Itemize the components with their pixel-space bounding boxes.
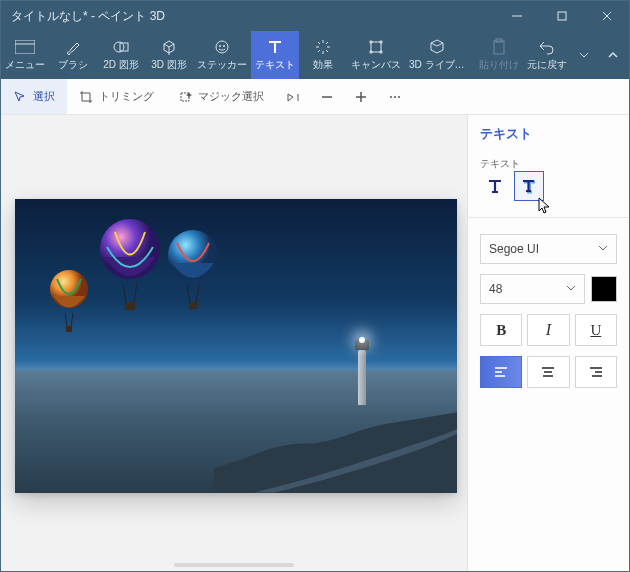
svg-point-9 (219, 45, 221, 47)
window-title: タイトルなし* - ペイント 3D (1, 8, 494, 25)
more-options-button[interactable] (378, 79, 412, 114)
text-tab[interactable]: テキスト (251, 31, 299, 79)
svg-point-18 (390, 96, 392, 98)
italic-button[interactable]: I (527, 314, 569, 346)
brush-label: ブラシ (58, 58, 88, 72)
canvas-viewport[interactable] (1, 115, 467, 572)
svg-rect-24 (125, 302, 135, 310)
font-style-group: B I U (480, 314, 617, 346)
paste-button: 貼り付け (475, 31, 523, 79)
text-icon (266, 38, 284, 56)
magic-select-tool[interactable]: マジック選択 (166, 79, 276, 114)
svg-line-23 (134, 283, 137, 303)
align-left-button[interactable] (480, 356, 522, 388)
title-bar: タイトルなし* - ペイント 3D (1, 1, 629, 31)
effects-label: 効果 (313, 58, 333, 72)
svg-line-30 (65, 313, 67, 327)
svg-point-8 (216, 41, 228, 53)
crop-tool[interactable]: トリミング (67, 79, 166, 114)
stickers-tab[interactable]: ステッカー (193, 31, 251, 79)
panel-header: テキスト (480, 125, 617, 143)
svg-rect-12 (494, 41, 504, 54)
svg-rect-28 (189, 302, 197, 309)
more-icon (388, 90, 402, 104)
flip-icon (286, 90, 300, 104)
svg-line-31 (71, 313, 73, 327)
2d-text-button[interactable] (480, 171, 510, 201)
chevron-down-icon (598, 242, 608, 256)
library-icon (428, 38, 446, 56)
menu-button[interactable]: メニュー (1, 31, 49, 79)
brush-icon (64, 38, 82, 56)
svg-rect-4 (15, 40, 35, 54)
underline-button[interactable]: U (575, 314, 617, 346)
3d-label: 3D 図形 (151, 58, 187, 72)
svg-line-27 (196, 285, 199, 303)
ribbon: メニュー ブラシ 2D 図形 3D 図形 ステッカー テキスト 効果 (1, 31, 629, 79)
minimize-button[interactable] (494, 1, 539, 31)
3d-library-tab[interactable]: 3D ライブ… (405, 31, 469, 79)
text-type-group (480, 171, 617, 201)
2d-shapes-tab[interactable]: 2D 図形 (97, 31, 145, 79)
cursor-icon (13, 90, 27, 104)
panel-sublabel: テキスト (480, 157, 617, 171)
bold-button[interactable]: B (480, 314, 522, 346)
font-size-select[interactable]: 48 (480, 274, 585, 304)
align-center-button[interactable] (527, 356, 569, 388)
2d-label: 2D 図形 (103, 58, 139, 72)
canvas-label: キャンバス (351, 58, 401, 72)
lighthouse-graphic (355, 335, 369, 405)
brush-tab[interactable]: ブラシ (49, 31, 97, 79)
undo-label: 元に戻す (527, 58, 567, 72)
select-label: 選択 (33, 89, 55, 104)
sticker-icon (213, 38, 231, 56)
svg-point-19 (394, 96, 396, 98)
redo-dropdown[interactable] (571, 31, 597, 79)
svg-point-10 (223, 45, 225, 47)
canvas-tab[interactable]: キャンバス (347, 31, 405, 79)
main-area: テキスト テキスト Segoe UI (1, 115, 629, 572)
canvas-icon (367, 38, 385, 56)
crop-icon (79, 90, 93, 104)
alignment-group (480, 356, 617, 388)
library-label: 3D ライブ… (409, 58, 465, 72)
svg-rect-11 (371, 42, 381, 52)
select-tool[interactable]: 選択 (1, 79, 67, 114)
secondary-toolbar: 選択 トリミング マジック選択 (1, 79, 629, 115)
effects-icon (314, 38, 332, 56)
effects-tab[interactable]: 効果 (299, 31, 347, 79)
undo-button[interactable]: 元に戻す (523, 31, 571, 79)
font-size-value: 48 (489, 282, 502, 296)
menu-icon (15, 38, 35, 56)
zoom-out-button[interactable] (310, 79, 344, 114)
zoom-in-button[interactable] (344, 79, 378, 114)
magic-select-icon (178, 90, 192, 104)
3d-shapes-icon (160, 38, 178, 56)
text-label: テキスト (255, 58, 295, 72)
canvas-image[interactable] (15, 199, 457, 493)
collapse-ribbon-button[interactable] (597, 31, 629, 79)
font-color-swatch[interactable] (591, 276, 617, 302)
paste-label: 貼り付け (479, 58, 519, 72)
svg-rect-1 (558, 12, 566, 20)
horizontal-scrollbar[interactable] (174, 563, 294, 567)
maximize-button[interactable] (539, 1, 584, 31)
svg-line-26 (187, 285, 190, 303)
crop-label: トリミング (99, 89, 154, 104)
chevron-down-icon (566, 282, 576, 296)
balloon-graphic (45, 269, 93, 339)
undo-icon (538, 38, 556, 56)
close-button[interactable] (584, 1, 629, 31)
svg-line-22 (123, 283, 126, 303)
menu-label: メニュー (5, 58, 45, 72)
svg-rect-32 (66, 326, 72, 332)
3d-shapes-tab[interactable]: 3D 図形 (145, 31, 193, 79)
rotate-flip-button[interactable] (276, 79, 310, 114)
align-right-button[interactable] (575, 356, 617, 388)
2d-shapes-icon (112, 38, 130, 56)
font-family-value: Segoe UI (489, 242, 539, 256)
minus-icon (320, 90, 334, 104)
paste-icon (490, 38, 508, 56)
font-family-select[interactable]: Segoe UI (480, 234, 617, 264)
magic-label: マジック選択 (198, 89, 264, 104)
